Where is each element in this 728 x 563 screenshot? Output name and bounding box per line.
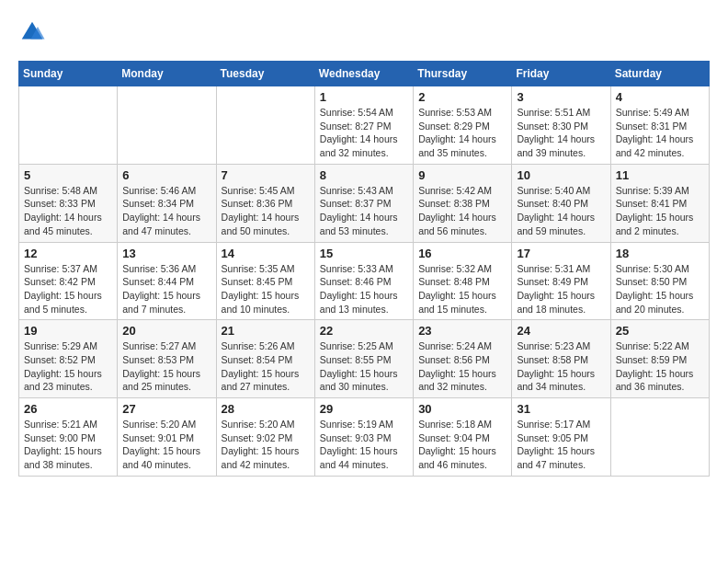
day-info: Sunrise: 5:48 AM Sunset: 8:33 PM Dayligh…	[24, 184, 112, 238]
calendar-cell: 18Sunrise: 5:30 AM Sunset: 8:50 PM Dayli…	[610, 242, 709, 320]
day-info: Sunrise: 5:42 AM Sunset: 8:38 PM Dayligh…	[418, 184, 506, 238]
calendar-cell: 1Sunrise: 5:54 AM Sunset: 8:27 PM Daylig…	[314, 86, 413, 165]
day-info: Sunrise: 5:20 AM Sunset: 9:01 PM Dayligh…	[122, 418, 210, 472]
calendar-cell: 14Sunrise: 5:35 AM Sunset: 8:45 PM Dayli…	[216, 242, 314, 320]
calendar-cell: 19Sunrise: 5:29 AM Sunset: 8:52 PM Dayli…	[19, 320, 118, 398]
calendar-cell: 21Sunrise: 5:26 AM Sunset: 8:54 PM Dayli…	[216, 320, 314, 398]
week-row-1: 1Sunrise: 5:54 AM Sunset: 8:27 PM Daylig…	[19, 86, 710, 165]
calendar-header: SundayMondayTuesdayWednesdayThursdayFrid…	[19, 62, 710, 86]
calendar-body: 1Sunrise: 5:54 AM Sunset: 8:27 PM Daylig…	[19, 86, 710, 477]
day-number: 23	[418, 324, 506, 338]
day-info: Sunrise: 5:54 AM Sunset: 8:27 PM Dayligh…	[320, 106, 408, 160]
day-info: Sunrise: 5:22 AM Sunset: 8:59 PM Dayligh…	[616, 339, 704, 394]
day-info: Sunrise: 5:45 AM Sunset: 8:36 PM Dayligh…	[222, 184, 310, 238]
day-info: Sunrise: 5:49 AM Sunset: 8:31 PM Dayligh…	[616, 106, 704, 160]
calendar-cell: 2Sunrise: 5:53 AM Sunset: 8:29 PM Daylig…	[414, 86, 512, 165]
calendar-cell: 13Sunrise: 5:36 AM Sunset: 8:44 PM Dayli…	[118, 242, 216, 320]
day-number: 2	[418, 90, 506, 104]
day-info: Sunrise: 5:33 AM Sunset: 8:46 PM Dayligh…	[320, 262, 408, 316]
day-info: Sunrise: 5:30 AM Sunset: 8:50 PM Dayligh…	[616, 262, 704, 316]
day-number: 9	[418, 168, 506, 182]
day-info: Sunrise: 5:51 AM Sunset: 8:30 PM Dayligh…	[517, 106, 605, 160]
calendar-cell: 12Sunrise: 5:37 AM Sunset: 8:42 PM Dayli…	[19, 242, 118, 320]
week-row-3: 12Sunrise: 5:37 AM Sunset: 8:42 PM Dayli…	[19, 242, 710, 320]
day-info: Sunrise: 5:37 AM Sunset: 8:42 PM Dayligh…	[24, 262, 112, 316]
day-info: Sunrise: 5:20 AM Sunset: 9:02 PM Dayligh…	[222, 418, 310, 472]
day-number: 17	[517, 247, 605, 260]
header-day-wednesday: Wednesday	[314, 62, 413, 86]
day-number: 30	[418, 402, 506, 416]
calendar-cell: 5Sunrise: 5:48 AM Sunset: 8:33 PM Daylig…	[19, 164, 118, 242]
page-header	[18, 18, 710, 46]
logo-icon	[18, 18, 46, 46]
day-number: 11	[616, 168, 704, 182]
calendar-cell: 8Sunrise: 5:43 AM Sunset: 8:37 PM Daylig…	[314, 164, 413, 242]
header-row: SundayMondayTuesdayWednesdayThursdayFrid…	[19, 62, 710, 86]
calendar-cell: 20Sunrise: 5:27 AM Sunset: 8:53 PM Dayli…	[118, 320, 216, 398]
calendar-cell: 10Sunrise: 5:40 AM Sunset: 8:40 PM Dayli…	[512, 164, 610, 242]
day-number: 26	[24, 402, 112, 416]
week-row-4: 19Sunrise: 5:29 AM Sunset: 8:52 PM Dayli…	[19, 320, 710, 398]
calendar-cell: 29Sunrise: 5:19 AM Sunset: 9:03 PM Dayli…	[314, 398, 413, 477]
header-day-tuesday: Tuesday	[216, 62, 314, 86]
calendar-cell: 9Sunrise: 5:42 AM Sunset: 8:38 PM Daylig…	[414, 164, 512, 242]
calendar-cell: 17Sunrise: 5:31 AM Sunset: 8:49 PM Dayli…	[512, 242, 610, 320]
calendar-cell: 4Sunrise: 5:49 AM Sunset: 8:31 PM Daylig…	[610, 86, 709, 165]
day-info: Sunrise: 5:21 AM Sunset: 9:00 PM Dayligh…	[24, 418, 112, 472]
day-number: 15	[320, 247, 408, 260]
day-number: 5	[24, 168, 112, 182]
day-number: 24	[517, 324, 605, 338]
calendar-cell: 7Sunrise: 5:45 AM Sunset: 8:36 PM Daylig…	[216, 164, 314, 242]
day-info: Sunrise: 5:31 AM Sunset: 8:49 PM Dayligh…	[517, 262, 605, 316]
calendar-cell: 11Sunrise: 5:39 AM Sunset: 8:41 PM Dayli…	[610, 164, 709, 242]
header-day-sunday: Sunday	[19, 62, 118, 86]
day-number: 14	[222, 247, 310, 260]
day-number: 20	[122, 324, 210, 338]
day-number: 13	[122, 247, 210, 260]
day-info: Sunrise: 5:25 AM Sunset: 8:55 PM Dayligh…	[320, 339, 408, 394]
day-info: Sunrise: 5:27 AM Sunset: 8:53 PM Dayligh…	[122, 339, 210, 394]
calendar-cell: 31Sunrise: 5:17 AM Sunset: 9:05 PM Dayli…	[512, 398, 610, 477]
day-info: Sunrise: 5:43 AM Sunset: 8:37 PM Dayligh…	[320, 184, 408, 238]
day-info: Sunrise: 5:19 AM Sunset: 9:03 PM Dayligh…	[320, 418, 408, 472]
day-number: 19	[24, 324, 112, 338]
day-number: 12	[24, 247, 112, 260]
day-info: Sunrise: 5:24 AM Sunset: 8:56 PM Dayligh…	[418, 339, 506, 394]
calendar-cell: 25Sunrise: 5:22 AM Sunset: 8:59 PM Dayli…	[610, 320, 709, 398]
logo	[18, 18, 50, 46]
day-info: Sunrise: 5:36 AM Sunset: 8:44 PM Dayligh…	[122, 262, 210, 316]
day-info: Sunrise: 5:32 AM Sunset: 8:48 PM Dayligh…	[418, 262, 506, 316]
week-row-2: 5Sunrise: 5:48 AM Sunset: 8:33 PM Daylig…	[19, 164, 710, 242]
week-row-5: 26Sunrise: 5:21 AM Sunset: 9:00 PM Dayli…	[19, 398, 710, 477]
calendar-cell: 24Sunrise: 5:23 AM Sunset: 8:58 PM Dayli…	[512, 320, 610, 398]
day-number: 7	[222, 168, 310, 182]
calendar-cell: 3Sunrise: 5:51 AM Sunset: 8:30 PM Daylig…	[512, 86, 610, 165]
header-day-saturday: Saturday	[610, 62, 709, 86]
day-number: 3	[517, 90, 605, 104]
day-info: Sunrise: 5:39 AM Sunset: 8:41 PM Dayligh…	[616, 184, 704, 238]
day-number: 27	[122, 402, 210, 416]
day-info: Sunrise: 5:17 AM Sunset: 9:05 PM Dayligh…	[517, 418, 605, 472]
day-number: 22	[320, 324, 408, 338]
calendar-cell: 23Sunrise: 5:24 AM Sunset: 8:56 PM Dayli…	[414, 320, 512, 398]
day-number: 8	[320, 168, 408, 182]
day-info: Sunrise: 5:46 AM Sunset: 8:34 PM Dayligh…	[122, 184, 210, 238]
header-day-thursday: Thursday	[414, 62, 512, 86]
day-number: 25	[616, 324, 704, 338]
calendar-cell: 26Sunrise: 5:21 AM Sunset: 9:00 PM Dayli…	[19, 398, 118, 477]
day-info: Sunrise: 5:35 AM Sunset: 8:45 PM Dayligh…	[222, 262, 310, 316]
day-info: Sunrise: 5:18 AM Sunset: 9:04 PM Dayligh…	[418, 418, 506, 472]
day-number: 29	[320, 402, 408, 416]
day-info: Sunrise: 5:40 AM Sunset: 8:40 PM Dayligh…	[517, 184, 605, 238]
day-number: 1	[320, 90, 408, 104]
calendar-cell: 27Sunrise: 5:20 AM Sunset: 9:01 PM Dayli…	[118, 398, 216, 477]
day-number: 16	[418, 247, 506, 260]
calendar-cell	[610, 398, 709, 477]
calendar-cell: 6Sunrise: 5:46 AM Sunset: 8:34 PM Daylig…	[118, 164, 216, 242]
calendar-cell: 16Sunrise: 5:32 AM Sunset: 8:48 PM Dayli…	[414, 242, 512, 320]
calendar-cell	[118, 86, 216, 165]
day-number: 21	[222, 324, 310, 338]
day-info: Sunrise: 5:26 AM Sunset: 8:54 PM Dayligh…	[222, 339, 310, 394]
day-number: 4	[616, 90, 704, 104]
header-day-monday: Monday	[118, 62, 216, 86]
